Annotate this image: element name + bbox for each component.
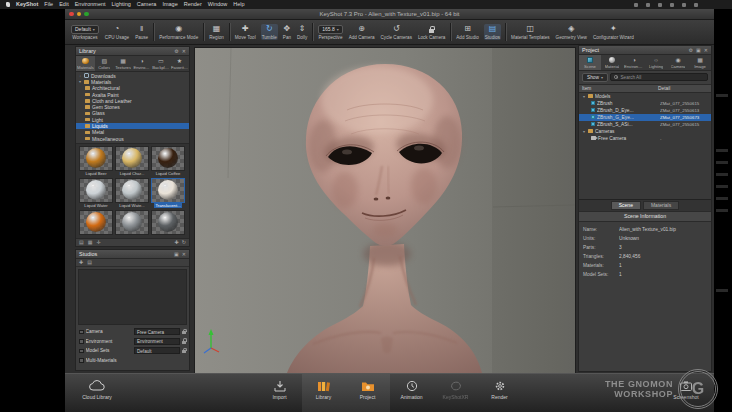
- scene-tree-item[interactable]: ZBrush_D_Eye...ZMat_077_2550613: [579, 107, 711, 114]
- add-camera-button[interactable]: ⊕Add Camera: [348, 24, 376, 40]
- tab-colors[interactable]: ▧Colors: [95, 56, 114, 71]
- gear-icon[interactable]: ⚙: [174, 49, 178, 54]
- studio-row-value[interactable]: Environment: [134, 338, 180, 345]
- menu-file[interactable]: File: [44, 0, 53, 9]
- dock-import[interactable]: Import: [258, 374, 302, 412]
- tab-materials[interactable]: Materials: [76, 56, 95, 71]
- material-thumbnail[interactable]: [151, 210, 185, 238]
- tab-camera[interactable]: ◉Camera: [667, 55, 689, 70]
- menu-window[interactable]: Window: [208, 0, 228, 9]
- bottom-tab-materials[interactable]: Materials: [643, 201, 679, 210]
- close-icon[interactable]: ✕: [182, 49, 186, 54]
- dock-keyshotxr[interactable]: KeyShotXR: [434, 374, 478, 412]
- studio-row-value[interactable]: Default: [134, 347, 180, 354]
- pin-icon[interactable]: ▣: [696, 48, 701, 53]
- tab-environments[interactable]: ◑Environments: [132, 56, 151, 71]
- scene-tree-item-selected[interactable]: ZBrush_G_Eye...ZMat_077_2550673: [579, 114, 711, 121]
- tab-lighting[interactable]: ☼Lighting: [645, 55, 667, 70]
- performance-mode-button[interactable]: ◉Performance Mode: [158, 24, 199, 40]
- move-tool-button[interactable]: ✚Move Tool: [234, 24, 257, 40]
- material-thumbnail-selected[interactable]: Translucent...: [151, 178, 185, 208]
- scene-tree-models[interactable]: ▾Models: [579, 93, 711, 100]
- menu-camera[interactable]: Camera: [137, 0, 157, 9]
- geometry-view-button[interactable]: ◈Geometry View: [555, 24, 588, 40]
- studio-list-icon[interactable]: ▤: [87, 260, 92, 265]
- workspaces-dropdown[interactable]: Default▾ Workspaces: [70, 25, 100, 40]
- dock-library[interactable]: Library: [302, 374, 346, 412]
- region-button[interactable]: ▦Region: [208, 24, 225, 40]
- lock-icon[interactable]: [182, 341, 186, 344]
- tab-image[interactable]: ▦Image: [689, 55, 711, 70]
- material-thumbnail[interactable]: Liquid Water: [79, 178, 113, 208]
- menu-render[interactable]: Render: [184, 0, 202, 9]
- zoom-window-button[interactable]: [84, 12, 89, 17]
- dock-animation[interactable]: Animation: [390, 374, 434, 412]
- refresh-icon[interactable]: ↻: [182, 240, 186, 245]
- perspective-dropdown[interactable]: 165.8▾ Perspective: [317, 25, 344, 40]
- scene-tree-item[interactable]: ZBrush_S_ASi...ZMat_077_2550615: [579, 121, 711, 128]
- cycle-cameras-button[interactable]: ↺Cycle Cameras: [380, 24, 413, 40]
- bottom-tab-scene[interactable]: Scene: [611, 201, 641, 210]
- material-thumbnail[interactable]: [79, 210, 113, 238]
- cpu-usage-button[interactable]: ◔CPU Usage: [104, 24, 130, 40]
- tab-scene[interactable]: Scene: [579, 55, 601, 70]
- column-detail[interactable]: Detail: [658, 86, 708, 91]
- lock-camera-button[interactable]: Lock Camera: [417, 24, 446, 40]
- tab-favorites[interactable]: ★Favorites: [170, 56, 189, 71]
- dock-cloud-library[interactable]: Cloud Library: [75, 374, 119, 412]
- menu-keyshot[interactable]: KeyShot: [16, 0, 38, 9]
- tree-item-miscellaneous[interactable]: Miscellaneous: [76, 135, 189, 141]
- add-studio-button[interactable]: ⊞Add Studio: [455, 24, 479, 40]
- tumble-button[interactable]: ↻Tumble: [261, 24, 278, 40]
- dolly-button[interactable]: ⇕Dolly: [296, 24, 308, 40]
- checkbox[interactable]: [79, 339, 84, 344]
- scene-tree-item[interactable]: ZBrushZMat_077_2550615: [579, 100, 711, 107]
- pin-icon[interactable]: ▣: [174, 252, 179, 257]
- menu-environment[interactable]: Environment: [75, 0, 106, 9]
- close-window-button[interactable]: [69, 12, 74, 17]
- material-thumbnail[interactable]: Liquid Wate...: [115, 178, 149, 208]
- column-item[interactable]: Item: [582, 86, 658, 91]
- add-studio-icon[interactable]: ✚: [79, 260, 83, 265]
- close-icon[interactable]: ✕: [704, 48, 708, 53]
- material-thumbnail[interactable]: [115, 210, 149, 238]
- menu-lighting[interactable]: Lighting: [112, 0, 131, 9]
- checkbox[interactable]: [79, 330, 84, 335]
- show-dropdown[interactable]: Show▾: [582, 73, 608, 82]
- realtime-viewport[interactable]: [195, 48, 575, 373]
- dock-screenshot[interactable]: Screenshot: [664, 374, 708, 412]
- studio-list[interactable]: [78, 269, 187, 325]
- checkbox[interactable]: [79, 349, 84, 354]
- material-thumbnail[interactable]: Liquid Beer: [79, 146, 113, 176]
- minimize-window-button[interactable]: [77, 12, 82, 17]
- material-templates-button[interactable]: ◫Material Templates: [510, 24, 550, 40]
- lock-icon[interactable]: [182, 350, 186, 353]
- apple-menu-icon[interactable]: [6, 2, 10, 7]
- tab-backplates[interactable]: ▭Backplates: [151, 56, 170, 71]
- checkbox[interactable]: [79, 358, 84, 363]
- studios-button[interactable]: ▤Studios: [484, 24, 501, 40]
- material-thumbnail[interactable]: Liquid Coffee: [151, 146, 185, 176]
- menu-edit[interactable]: Edit: [59, 0, 68, 9]
- tab-material[interactable]: Material: [601, 55, 623, 70]
- close-icon[interactable]: ✕: [182, 252, 186, 257]
- material-thumbnail[interactable]: Liquid Char...: [115, 146, 149, 176]
- dock-render[interactable]: Render: [478, 374, 522, 412]
- viewport-canvas[interactable]: [195, 48, 575, 373]
- scene-tree-cameras[interactable]: ▾Cameras: [579, 128, 711, 135]
- add-icon[interactable]: ✚: [175, 240, 179, 245]
- dock-project[interactable]: Project: [346, 374, 390, 412]
- pan-button[interactable]: ✥Pan: [282, 24, 292, 40]
- list-view-icon[interactable]: ▤: [79, 240, 84, 245]
- menu-help[interactable]: Help: [233, 0, 244, 9]
- menu-image[interactable]: Image: [162, 0, 177, 9]
- pause-button[interactable]: ‖Pause: [134, 24, 149, 40]
- lock-icon[interactable]: [182, 331, 186, 334]
- configurator-wizard-button[interactable]: ✦Configurator Wizard: [592, 24, 635, 40]
- tab-environment[interactable]: ◑Environment: [623, 55, 645, 70]
- grid-view-icon[interactable]: ▦: [88, 240, 93, 245]
- studio-row-value[interactable]: Free Camera: [134, 328, 180, 335]
- gear-icon[interactable]: ⚙: [689, 48, 693, 53]
- search-input[interactable]: Search All: [610, 73, 708, 81]
- scene-tree-free-camera[interactable]: Free Camera-: [579, 135, 711, 142]
